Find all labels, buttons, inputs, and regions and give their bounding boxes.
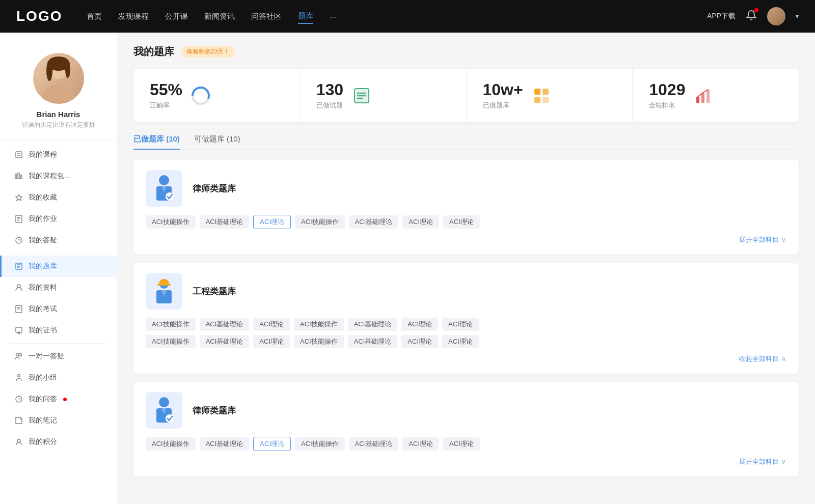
nav-news[interactable]: 新闻资讯 — [204, 10, 235, 23]
tag[interactable]: ACI理论 — [253, 318, 290, 331]
tag[interactable]: ACI理论 — [443, 215, 480, 229]
tag[interactable]: ACI理论 — [442, 335, 479, 348]
sidebar-profile: Brian Harris 错误的决定比没有决定要好 — [0, 45, 117, 140]
tag[interactable]: ACI理论 — [442, 318, 479, 331]
svg-point-51 — [166, 192, 174, 201]
sidebar-item-homework[interactable]: 我的作业 — [0, 208, 117, 230]
avatar-chevron-icon[interactable]: ▾ — [796, 13, 799, 20]
sidebar: Brian Harris 错误的决定比没有决定要好 我的课程 我的课程包... — [0, 33, 117, 504]
sidebar-item-certificate[interactable]: 我的证书 — [0, 320, 117, 341]
main-content: 我的题库 体验剩余23天！ 55% 正确率 — [117, 33, 815, 504]
profile-name: Brian Harris — [37, 110, 80, 119]
tag[interactable]: ACI理论 — [443, 437, 480, 451]
tag-active[interactable]: ACI理论 — [253, 437, 291, 451]
tag[interactable]: ACI基础理论 — [200, 215, 250, 229]
sidebar-item-profile-label: 我的资料 — [29, 283, 57, 292]
tag[interactable]: ACI技能操作 — [294, 318, 344, 331]
tag[interactable]: ACI技能操作 — [146, 318, 196, 331]
stat-rank-value: 1029 — [649, 81, 685, 99]
my-questions-icon: ? — [14, 395, 23, 404]
tag[interactable]: ACI理论 — [402, 437, 439, 451]
profile-avatar — [33, 53, 84, 104]
tag[interactable]: ACI理论 — [402, 215, 439, 229]
app-download-btn[interactable]: APP下载 — [707, 12, 736, 21]
qa-icon: ? — [14, 236, 23, 245]
nav-discover[interactable]: 发现课程 — [118, 10, 149, 23]
sidebar-item-notes[interactable]: 我的笔记 — [0, 410, 117, 431]
qbank-lawyer-2-expand-btn[interactable]: 展开全部科目 ∨ — [146, 457, 786, 466]
qbank-engineer-tags-row1: ACI技能操作 ACI基础理论 ACI理论 ACI技能操作 ACI基础理论 AC… — [146, 318, 786, 331]
svg-rect-46 — [696, 97, 699, 103]
profile-icon — [14, 283, 23, 292]
nav-menu: 首页 发现课程 公开课 新闻资讯 问答社区 题库 ··· — [87, 9, 707, 24]
logo[interactable]: LOGO — [16, 8, 62, 24]
sidebar-item-points[interactable]: 我的积分 — [0, 431, 117, 453]
tag[interactable]: ACI技能操作 — [146, 437, 196, 451]
stat-rank: 1029 全站排名 — [633, 69, 799, 122]
sidebar-item-packages-label: 我的课程包... — [29, 172, 70, 181]
sidebar-item-my-questions-label: 我的问答 — [29, 395, 57, 404]
tag[interactable]: ACI技能操作 — [146, 215, 196, 229]
sidebar-item-favorites-label: 我的收藏 — [29, 193, 57, 202]
nav-qa[interactable]: 问答社区 — [251, 10, 282, 23]
svg-text:?: ? — [18, 238, 20, 243]
tag[interactable]: ACI技能操作 — [295, 437, 345, 451]
page-title: 我的题库 — [133, 45, 174, 59]
tag[interactable]: ACI技能操作 — [295, 215, 345, 229]
group-icon — [14, 373, 23, 382]
nav-more[interactable]: ··· — [330, 10, 336, 23]
tag[interactable]: ACI技能操作 — [294, 335, 344, 348]
tag[interactable]: ACI基础理论 — [349, 215, 399, 229]
qbank-engineer-collapse-btn[interactable]: 收起全部科目 ∧ — [146, 354, 786, 363]
tag[interactable]: ACI基础理论 — [349, 437, 399, 451]
trial-badge: 体验剩余23天！ — [181, 46, 235, 58]
sidebar-item-profile[interactable]: 我的资料 — [0, 277, 117, 298]
nav-home[interactable]: 首页 — [87, 10, 102, 23]
tag-active[interactable]: ACI理论 — [253, 215, 291, 229]
accuracy-chart-icon — [191, 86, 211, 106]
tag[interactable]: ACI基础理论 — [348, 335, 398, 348]
sidebar-item-qa[interactable]: ? 我的答疑 — [0, 230, 117, 251]
sidebar-item-favorites[interactable]: 我的收藏 — [0, 187, 117, 208]
svg-rect-5 — [16, 152, 22, 158]
favorites-icon — [14, 193, 23, 202]
sidebar-item-group[interactable]: 我的小组 — [0, 367, 117, 388]
exam-icon — [14, 304, 23, 314]
tag[interactable]: ACI基础理论 — [200, 335, 250, 348]
sidebar-item-courses[interactable]: 我的课程 — [0, 144, 117, 165]
sidebar-item-my-questions[interactable]: ? 我的问答 — [0, 388, 117, 410]
qbank-engineer-title: 工程类题库 — [193, 286, 236, 297]
svg-rect-42 — [534, 89, 540, 95]
sidebar-item-exam[interactable]: 我的考试 — [0, 298, 117, 320]
tab-done[interactable]: 已做题库 (10) — [133, 134, 180, 149]
svg-rect-10 — [20, 175, 22, 179]
page-layout: Brian Harris 错误的决定比没有决定要好 我的课程 我的课程包... — [0, 33, 815, 504]
tab-todo[interactable]: 可做题库 (10) — [194, 134, 240, 149]
stats-row: 55% 正确率 130 已做试题 — [133, 69, 799, 122]
stat-done-value: 130 — [316, 81, 343, 99]
avatar[interactable] — [767, 7, 785, 25]
tag[interactable]: ACI技能操作 — [146, 335, 196, 348]
stat-done: 130 已做试题 — [300, 69, 467, 122]
qbank-card-engineer: 工程类题库 ACI技能操作 ACI基础理论 ACI理论 ACI技能操作 ACI基… — [133, 263, 799, 374]
certificate-icon — [14, 326, 23, 335]
rank-chart-icon — [693, 86, 714, 106]
sidebar-item-packages[interactable]: 我的课程包... — [0, 165, 117, 187]
nav-qbank[interactable]: 题库 — [298, 9, 313, 24]
sidebar-item-points-label: 我的积分 — [29, 437, 57, 446]
notification-bell[interactable] — [746, 10, 757, 23]
tag[interactable]: ACI理论 — [253, 335, 290, 348]
tag[interactable]: ACI基础理论 — [200, 437, 250, 451]
tag[interactable]: ACI基础理论 — [348, 318, 398, 331]
qbank-lawyer-1-expand-btn[interactable]: 展开全部科目 ∨ — [146, 235, 786, 244]
sidebar-item-one-on-one[interactable]: 一对一答疑 — [0, 346, 117, 367]
sidebar-item-qbank[interactable]: 我的题库 — [0, 256, 117, 277]
tag[interactable]: ACI理论 — [401, 335, 438, 348]
stat-accuracy: 55% 正确率 — [133, 69, 300, 122]
nav-open-course[interactable]: 公开课 — [165, 10, 188, 23]
profile-motto: 错误的决定比没有决定要好 — [22, 121, 95, 129]
one-on-one-icon — [14, 352, 23, 361]
tag[interactable]: ACI基础理论 — [200, 318, 250, 331]
svg-point-36 — [196, 91, 206, 101]
tag[interactable]: ACI理论 — [401, 318, 438, 331]
